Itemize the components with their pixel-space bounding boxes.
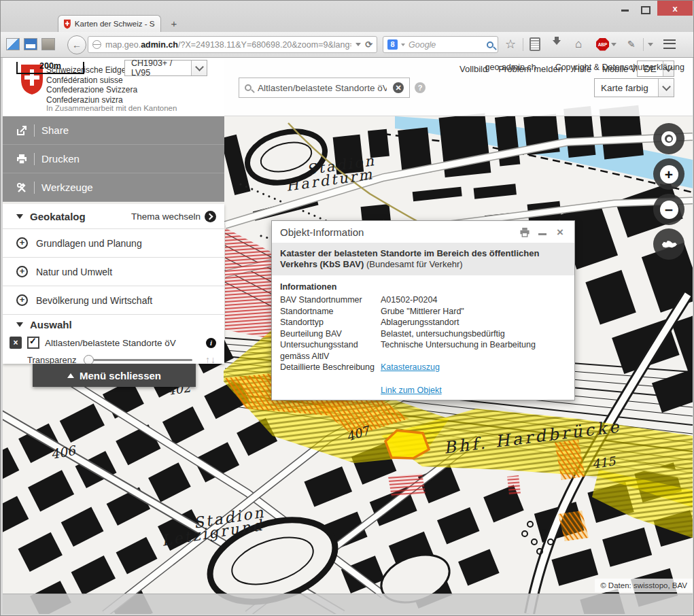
popup-close-icon[interactable]: ×: [554, 226, 566, 238]
url-dropdown-icon[interactable]: [355, 43, 361, 49]
selected-site-polygon[interactable]: [385, 430, 429, 458]
downloads-icon[interactable]: [553, 37, 561, 51]
expand-plus-icon[interactable]: +: [16, 237, 28, 249]
org-line-rm: Confederaziun svizra: [46, 95, 174, 105]
sidebar-item-share[interactable]: Share: [3, 116, 224, 145]
collapse-triangle-icon-2: [16, 322, 23, 327]
home-icon[interactable]: ⌂: [575, 37, 582, 51]
share-label: Share: [41, 124, 69, 136]
app-tab-icon-1[interactable]: [6, 38, 20, 50]
bookmark-star-icon[interactable]: ☆: [505, 37, 516, 51]
search-icon-geo: [245, 84, 251, 91]
row-label: Detaillierte Beschreibung: [280, 362, 381, 373]
theme-switch-link[interactable]: Thema wechseln: [131, 211, 216, 222]
search-help-icon[interactable]: ?: [415, 82, 426, 93]
url-bar[interactable]: map.geo.admin.ch/?X=249138.11&Y=680698.2…: [88, 36, 377, 53]
remove-layer-button[interactable]: ×: [10, 337, 22, 349]
target-icon: [661, 131, 676, 146]
adblock-dropdown-icon[interactable]: [611, 37, 617, 51]
geolocate-button[interactable]: [653, 123, 684, 154]
catalog-label-1: Natur und Umwelt: [36, 267, 112, 277]
zoom-out-button[interactable]: −: [653, 194, 684, 225]
arrow-right-circle-icon: [205, 211, 216, 222]
minimize-button[interactable]: [616, 5, 634, 16]
popup-print-icon[interactable]: [519, 226, 531, 238]
url-text[interactable]: map.geo.admin.ch/?X=249138.11&Y=680698.2…: [105, 40, 351, 50]
object-information-popup: Objekt-Information × Kataster der belast…: [271, 220, 575, 400]
footer-links: geo.admin.ch Copyright & Datenschutzerkl…: [485, 63, 684, 72]
sidebar-item-drucken[interactable]: Drucken: [3, 145, 224, 173]
layer-checkbox[interactable]: [27, 337, 39, 349]
clear-search-icon[interactable]: ✕: [393, 82, 404, 93]
row-label: BAV Standortnummer: [280, 294, 381, 306]
zoom-in-button[interactable]: +: [653, 158, 684, 190]
search-icon[interactable]: [487, 41, 493, 48]
menu-separator-3: [34, 182, 35, 194]
chevron-down-icon-3: [195, 63, 204, 71]
search-placeholder[interactable]: Google: [409, 40, 483, 50]
expand-plus-icon-2[interactable]: +: [16, 266, 28, 277]
geo-search-box[interactable]: ✕: [239, 78, 410, 98]
browser-window: Karten der Schweiz - Schweize... + x ← m…: [0, 0, 694, 616]
engine-dropdown-icon[interactable]: [401, 44, 405, 48]
close-menu-button[interactable]: Menü schliessen: [33, 364, 196, 387]
layer-reorder-icons[interactable]: ↑↓: [205, 354, 216, 365]
info-row-untersuchungsstand: Untersuchungsstand gemäss AltlV Technisc…: [280, 339, 566, 362]
popup-layer-title: Kataster der belasteten Standorte im Ber…: [272, 243, 574, 275]
org-line-it: Confederazione Svizzera: [46, 85, 174, 95]
google-engine-icon[interactable]: 8: [387, 39, 398, 50]
target-dot: [667, 137, 672, 141]
link-vollbild[interactable]: Vollbild: [459, 64, 487, 74]
reading-list-icon[interactable]: [530, 37, 540, 51]
back-button[interactable]: ←: [67, 35, 86, 54]
projection-chevron[interactable]: [191, 61, 207, 75]
new-tab-button[interactable]: +: [167, 18, 181, 31]
katasterauszug-link[interactable]: Katasterauszug: [381, 362, 440, 373]
style-editor-icon[interactable]: ✎: [627, 37, 636, 51]
zoom-to-switzerland-button[interactable]: [653, 228, 684, 260]
close-button[interactable]: x: [657, 1, 693, 16]
footer-link-site[interactable]: geo.admin.ch: [485, 63, 536, 72]
reload-icon[interactable]: ⟳: [365, 39, 372, 50]
row-value: Grube "Mittlerer Hard": [381, 306, 464, 318]
map-style-chevron[interactable]: [658, 79, 674, 97]
slider-track: [84, 359, 192, 361]
projection-select[interactable]: CH1903+ / LV95: [124, 60, 207, 76]
app-tab-icon-2[interactable]: [24, 38, 37, 50]
triangle-up-icon: [67, 373, 74, 378]
catalog-item-natur[interactable]: + Natur und Umwelt: [3, 258, 224, 286]
sidebar-item-werkzeuge[interactable]: Werkzeuge: [3, 173, 224, 202]
hamburger-menu-icon[interactable]: [661, 37, 678, 51]
expand-plus-icon-3[interactable]: +: [16, 294, 28, 306]
overflow-dropdown-icon[interactable]: [648, 37, 653, 51]
adblock-badge: ABP: [596, 38, 609, 51]
row-value: Belastet, untersuchungsbedürftig: [381, 328, 505, 340]
adblock-icon[interactable]: ABP: [596, 37, 609, 51]
browser-tab[interactable]: Karten der Schweiz - Schweize...: [58, 15, 161, 32]
popup-minimize-icon[interactable]: [536, 226, 549, 238]
clipboard-glyph: [530, 37, 540, 51]
toolbar-separator-2: [643, 38, 644, 51]
map-attribution: © Daten: swisstopo, BAV: [595, 579, 693, 592]
selection-label: Auswahl: [30, 319, 72, 330]
geokatalog-header[interactable]: Geokatalog Thema wechseln: [3, 204, 224, 229]
maximize-button[interactable]: [637, 5, 655, 16]
link-zum-objekt[interactable]: Link zum Objekt: [381, 386, 442, 395]
info-row-standortname: Standortname Grube "Mittlerer Hard": [280, 306, 566, 318]
map-style-select[interactable]: Karte farbig: [594, 78, 674, 97]
viewport: Stadion Hardturm Bhf. Hardbrücke Stadion…: [3, 58, 693, 614]
geo-search-input[interactable]: [256, 82, 388, 94]
catalog-item-grundlagen[interactable]: + Grundlagen und Planung: [3, 229, 224, 258]
app-tab-icon-3[interactable]: [41, 38, 55, 50]
menu-separator: [34, 124, 35, 137]
hamburger-bars: [663, 39, 676, 49]
catalog-item-bevoelkerung[interactable]: + Bevölkerung und Wirtschaft: [3, 286, 224, 315]
minus-icon: −: [660, 201, 678, 219]
browser-search-bar[interactable]: 8 Google: [383, 36, 498, 53]
footer-link-copyright[interactable]: Copyright & Datenschutzerklärung: [555, 63, 684, 72]
info-row-beschreibung: Detaillierte Beschreibung Katasterauszug: [280, 362, 566, 373]
tools-label: Werkzeuge: [41, 182, 93, 193]
layer-info-icon[interactable]: i: [206, 338, 216, 348]
row-label: Untersuchungsstand gemäss AltlV: [280, 339, 381, 362]
selection-header[interactable]: Auswahl: [3, 315, 224, 335]
